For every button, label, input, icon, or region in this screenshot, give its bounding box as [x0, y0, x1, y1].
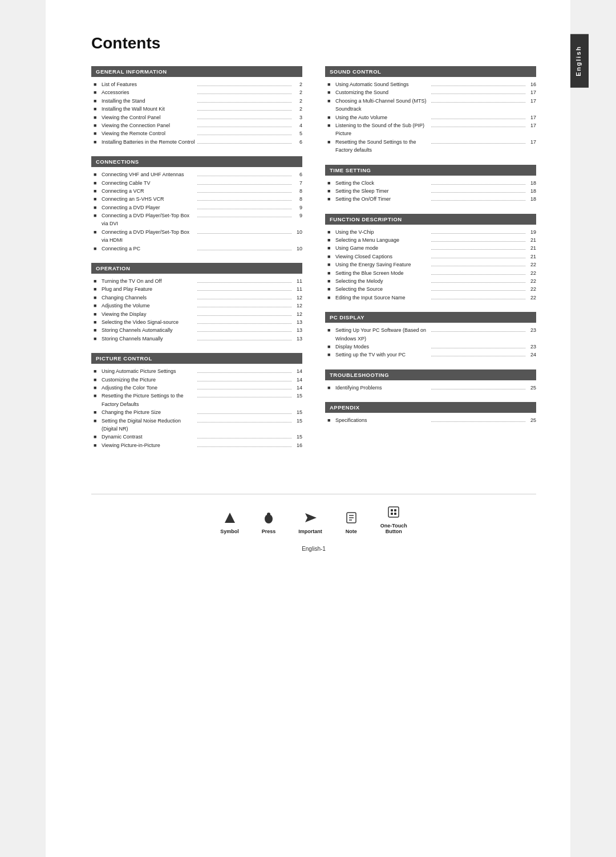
section-sound-control: SOUND CONTROL■Using Automatic Sound Sett…: [325, 66, 536, 155]
section-header-connections: CONNECTIONS: [91, 156, 302, 167]
footer-item-label-press: Press: [262, 529, 276, 534]
dot-leader: [197, 171, 291, 176]
section-header-pc-display: PC DISPLAY: [325, 312, 536, 323]
dot-leader: [197, 294, 291, 299]
side-tab: English: [570, 34, 589, 88]
footer-item-label-important: Important: [298, 529, 322, 534]
page-number-ref: 12: [293, 302, 302, 310]
section-operation: OPERATION■Turning the TV On and Off11■Pl…: [91, 263, 302, 343]
bullet-icon: ■: [94, 80, 100, 88]
dot-leader: [431, 196, 525, 201]
bullet-icon: ■: [94, 384, 100, 392]
list-item: ■Display Modes23: [327, 343, 536, 351]
list-item: ■Installing the Wall Mount Kit2: [94, 105, 302, 113]
dot-leader: [431, 278, 525, 283]
list-item: ■Using Automatic Sound Settings16: [327, 80, 536, 88]
dot-leader: [197, 409, 291, 414]
list-item: ■Accessories2: [94, 88, 302, 96]
bullet-icon: ■: [94, 195, 100, 203]
list-item: ■Adjusting the Color Tone14: [94, 384, 302, 392]
bullet-icon: ■: [94, 376, 100, 384]
page-number-ref: 2: [293, 80, 302, 88]
dot-leader: [197, 98, 291, 103]
bullet-icon: ■: [94, 121, 100, 129]
bullet-icon: ■: [94, 294, 100, 302]
dot-leader: [197, 139, 291, 144]
item-text: Selecting the Melody: [335, 277, 429, 285]
bullet-icon: ■: [327, 384, 334, 392]
page-number-ref: 18: [527, 187, 536, 195]
section-header-time-setting: TIME SETTING: [325, 165, 536, 176]
page-number-ref: 5: [293, 129, 302, 137]
page-number-ref: 15: [293, 417, 302, 425]
svg-rect-12: [394, 513, 396, 515]
footer-item-label-note: Note: [346, 529, 357, 534]
list-item: ■Identifying Problems25: [327, 384, 536, 392]
item-text: Connecting a VCR: [102, 187, 196, 195]
item-text: List of Features: [102, 80, 196, 88]
bullet-icon: ■: [94, 318, 100, 326]
bullet-icon: ■: [94, 170, 100, 178]
item-text: Setting the Blue Screen Mode: [335, 269, 429, 277]
dot-leader: [431, 180, 525, 185]
item-text: Installing Batteries in the Remote Contr…: [102, 138, 196, 146]
list-item: ■Using Automatic Picture Settings14: [94, 367, 302, 375]
page-number-ref: 18: [527, 195, 536, 203]
section-header-sound-control: SOUND CONTROL: [325, 66, 536, 77]
list-item: ■Using the V-Chip19: [327, 228, 536, 236]
list-item: ■Choosing a Multi-Channel Sound (MTS) So…: [327, 97, 536, 113]
bullet-icon: ■: [327, 277, 334, 285]
dot-leader: [197, 319, 291, 324]
dot-leader: [431, 294, 525, 299]
item-text: Using the Energy Saving Feature: [335, 261, 429, 269]
page-number-ref: 22: [527, 277, 536, 285]
item-text: Selecting the Source: [335, 285, 429, 293]
list-item: ■Selecting the Source22: [327, 285, 536, 293]
item-text: Installing the Stand: [102, 97, 196, 105]
list-item: ■Resetting the Sound Settings to the Fac…: [327, 138, 536, 155]
page-number-ref: 13: [293, 335, 302, 343]
dot-leader: [431, 417, 525, 422]
dot-leader: [431, 384, 525, 389]
item-text: Connecting VHF and UHF Antennas: [102, 170, 196, 178]
page-number-ref: 2: [293, 88, 302, 96]
page-number-ref: 15: [293, 433, 302, 441]
item-text: Turning the TV On and Off: [102, 277, 196, 285]
section-items-time-setting: ■Setting the Clock18■Setting the Sleep T…: [325, 179, 536, 204]
item-text: Connecting a DVD Player/Set-Top Box via …: [102, 212, 196, 228]
list-item: ■Selecting a Menu Language21: [327, 236, 536, 244]
bullet-icon: ■: [94, 138, 100, 146]
page-number-ref: 8: [293, 195, 302, 203]
list-item: ■Connecting a VCR8: [94, 187, 302, 195]
list-item: ■Installing Batteries in the Remote Cont…: [94, 138, 302, 146]
bullet-icon: ■: [327, 269, 334, 277]
bullet-icon: ■: [327, 294, 334, 302]
list-item: ■Using the Auto Volume17: [327, 113, 536, 121]
item-text: Connecting a PC: [102, 245, 196, 253]
bullet-icon: ■: [327, 179, 334, 187]
dot-leader: [431, 327, 525, 332]
bullet-icon: ■: [94, 408, 100, 416]
item-text: Storing Channels Automatically: [102, 326, 196, 334]
page-number-ref: 24: [527, 351, 536, 359]
item-text: Selecting a Menu Language: [335, 236, 429, 244]
list-item: ■Connecting Cable TV7: [94, 179, 302, 187]
item-text: Connecting an S-VHS VCR: [102, 195, 196, 203]
list-item: ■Viewing the Connection Panel4: [94, 121, 302, 129]
list-item: ■Viewing the Control Panel3: [94, 113, 302, 121]
page-number-ref: 14: [293, 367, 302, 375]
page-number-ref: 22: [527, 261, 536, 269]
item-text: Resetting the Picture Settings to the Fa…: [102, 392, 196, 408]
item-text: Setting Up Your PC Software (Based on Wi…: [335, 326, 429, 343]
item-text: Customizing the Picture: [102, 376, 196, 384]
item-text: Using the Auto Volume: [335, 113, 429, 121]
dot-leader: [197, 105, 291, 111]
footer-item-important: Important: [298, 511, 322, 534]
dot-leader: [431, 253, 525, 258]
page-number-ref: 7: [293, 179, 302, 187]
dot-leader: [197, 442, 291, 447]
svg-rect-10: [394, 509, 396, 511]
page-number-ref: 13: [293, 326, 302, 334]
footer-item-label-symbol: Symbol: [220, 529, 239, 534]
dot-leader: [197, 278, 291, 283]
